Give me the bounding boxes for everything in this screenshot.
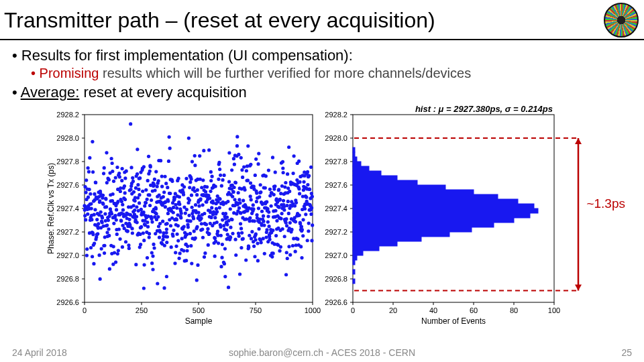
- svg-rect-1093: [353, 152, 355, 157]
- svg-rect-1080: [353, 213, 530, 218]
- svg-point-441: [176, 224, 180, 227]
- svg-point-36: [84, 218, 87, 221]
- svg-point-572: [206, 227, 209, 231]
- svg-point-312: [147, 155, 150, 158]
- svg-point-814: [262, 237, 265, 240]
- svg-point-980: [299, 245, 303, 248]
- svg-point-974: [298, 192, 301, 195]
- svg-point-544: [200, 222, 203, 225]
- svg-rect-1089: [353, 171, 381, 176]
- svg-point-336: [152, 183, 156, 186]
- svg-point-526: [196, 188, 199, 192]
- svg-point-118: [103, 251, 106, 255]
- svg-point-257: [134, 263, 138, 266]
- highlight-word: Promising: [40, 66, 99, 80]
- svg-point-54: [88, 156, 91, 160]
- svg-point-795: [257, 152, 260, 155]
- svg-text:2926.6: 2926.6: [325, 298, 347, 306]
- svg-point-501: [190, 261, 193, 265]
- svg-point-446: [178, 257, 181, 260]
- svg-point-510: [192, 186, 195, 190]
- svg-point-896: [280, 212, 284, 215]
- svg-point-726: [241, 237, 245, 240]
- svg-point-590: [210, 175, 213, 178]
- svg-point-524: [195, 193, 199, 196]
- svg-point-288: [142, 231, 145, 235]
- svg-point-39: [85, 178, 88, 182]
- svg-point-102: [99, 210, 103, 214]
- svg-point-483: [186, 245, 189, 248]
- svg-point-73: [93, 213, 96, 217]
- svg-point-928: [287, 245, 290, 248]
- svg-point-538: [199, 178, 202, 181]
- svg-point-185: [118, 175, 121, 178]
- svg-point-478: [184, 177, 188, 180]
- svg-point-577: [207, 148, 211, 152]
- svg-point-755: [248, 219, 252, 223]
- svg-point-490: [187, 214, 191, 217]
- svg-point-949: [292, 154, 296, 158]
- svg-text:2927.2: 2927.2: [56, 228, 79, 236]
- svg-rect-1081: [353, 208, 538, 213]
- svg-rect-1086: [353, 185, 445, 190]
- svg-point-914: [284, 221, 288, 225]
- svg-point-220: [126, 229, 129, 233]
- svg-point-420: [172, 210, 175, 214]
- svg-point-173: [115, 233, 119, 236]
- svg-point-362: [158, 222, 162, 225]
- svg-point-1034: [165, 275, 168, 278]
- svg-point-158: [112, 245, 115, 248]
- svg-point-757: [248, 216, 252, 219]
- svg-point-354: [156, 215, 160, 219]
- svg-point-866: [273, 184, 276, 188]
- svg-point-237: [129, 166, 133, 169]
- svg-point-754: [248, 234, 251, 237]
- svg-point-622: [217, 161, 221, 164]
- svg-point-647: [223, 247, 227, 250]
- svg-point-727: [241, 199, 245, 202]
- svg-point-694: [234, 181, 237, 184]
- svg-point-1001: [304, 213, 307, 216]
- svg-point-762: [250, 237, 253, 240]
- svg-point-380: [162, 190, 166, 194]
- svg-point-130: [105, 223, 109, 227]
- svg-point-488: [187, 136, 191, 139]
- svg-point-390: [164, 231, 168, 234]
- svg-point-402: [168, 135, 171, 139]
- svg-point-1013: [307, 229, 310, 233]
- svg-point-932: [288, 221, 292, 225]
- svg-point-66: [91, 140, 94, 143]
- svg-rect-1071: [353, 255, 357, 260]
- svg-point-612: [215, 210, 219, 213]
- svg-point-197: [121, 245, 124, 249]
- svg-point-770: [252, 203, 255, 206]
- svg-point-627: [219, 174, 222, 177]
- svg-point-269: [137, 188, 140, 191]
- svg-point-430: [174, 251, 177, 254]
- svg-point-990: [301, 218, 305, 221]
- svg-point-370: [160, 174, 164, 178]
- svg-point-927: [287, 145, 290, 149]
- svg-point-344: [154, 207, 158, 210]
- svg-point-782: [254, 233, 258, 236]
- svg-point-854: [270, 255, 274, 259]
- svg-point-557: [203, 212, 206, 215]
- svg-point-772: [252, 207, 255, 210]
- span-annotation: ~1.3ps: [586, 196, 625, 211]
- svg-point-178: [116, 200, 119, 203]
- svg-point-171: [115, 208, 118, 211]
- svg-point-681: [231, 232, 234, 235]
- svg-point-119: [103, 244, 106, 247]
- svg-point-804: [259, 190, 262, 194]
- svg-point-751: [247, 245, 250, 249]
- svg-text:2928.0: 2928.0: [325, 134, 347, 142]
- svg-point-47: [87, 196, 90, 199]
- svg-rect-1085: [353, 190, 474, 194]
- svg-point-371: [160, 185, 164, 188]
- svg-point-407: [168, 192, 172, 195]
- svg-point-50: [87, 170, 91, 174]
- svg-text:2927.8: 2927.8: [325, 158, 347, 166]
- svg-point-492: [188, 186, 191, 189]
- svg-text:0: 0: [351, 306, 355, 314]
- svg-text:Phase: Ref.Clk vs Tx (ps): Phase: Ref.Clk vs Tx (ps): [46, 163, 56, 254]
